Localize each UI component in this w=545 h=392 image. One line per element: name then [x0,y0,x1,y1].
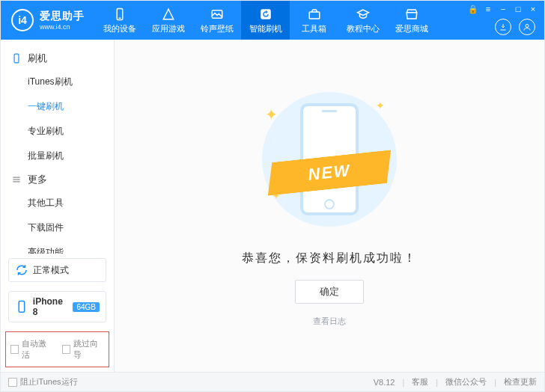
bottom-options-highlight: 自动激活 跳过向导 [5,331,109,367]
nav-smart-flash[interactable]: 智能刷机 [241,1,290,40]
sidebar-item-other-tools[interactable]: 其他工具 [28,191,114,215]
device-box[interactable]: iPhone 8 64GB [8,291,106,322]
menu-icon[interactable]: ≡ [483,4,493,14]
nav-label: 爱思商城 [395,23,428,34]
checkbox-block-itunes[interactable]: 阻止iTunes运行 [8,376,78,388]
sidebar-item-oneclick-flash[interactable]: 一键刷机 [28,94,114,119]
checkbox-label: 阻止iTunes运行 [20,376,78,388]
success-illustration: ✦ ✦ ✦ NEW [255,85,404,234]
minimize-icon[interactable]: − [498,4,508,14]
header-right [495,19,535,35]
star-icon: ✦ [376,99,385,111]
window-controls: 🔒 ≡ − □ × [468,4,538,14]
list-icon [11,174,22,185]
user-button[interactable] [519,19,535,35]
star-icon: ✦ [265,105,278,123]
toolbox-icon [307,7,322,22]
sidebar: 刷机 iTunes刷机 一键刷机 专业刷机 批量刷机 更多 其他工具 下载固件 … [1,40,115,372]
nav-store[interactable]: 爱思商城 [387,1,436,40]
mode-box[interactable]: 正常模式 [8,258,106,282]
graduation-icon [356,7,371,22]
refresh-icon [258,7,273,22]
checkbox-label: 跳过向导 [73,338,104,361]
nav-apps[interactable]: 应用游戏 [144,1,192,40]
svg-point-5 [526,25,529,28]
view-log-link[interactable]: 查看日志 [313,316,346,327]
close-icon[interactable]: × [528,4,538,14]
section-title: 更多 [28,173,47,186]
section-title: 刷机 [28,52,47,65]
storage-badge: 64GB [73,302,100,312]
phone-icon [15,300,28,313]
nav-tutorials[interactable]: 教程中心 [338,1,387,40]
svg-rect-10 [19,301,24,313]
sidebar-item-batch-flash[interactable]: 批量刷机 [28,144,114,168]
app-title: 爱思助手 [40,10,85,23]
download-button[interactable] [495,19,511,35]
version-label: V8.12 [374,378,395,387]
ok-button[interactable]: 确定 [295,280,364,304]
maximize-icon[interactable]: □ [513,4,523,14]
app-window: i4 爱思助手 www.i4.cn 我的设备 应用游戏 铃声壁纸 智能刷机 [0,0,545,392]
checkbox-auto-activate[interactable]: 自动激活 [10,338,53,361]
checkbox-icon [10,345,19,354]
nav-ringtones[interactable]: 铃声壁纸 [192,1,241,40]
checkbox-label: 自动激活 [22,338,52,361]
phone-icon [112,7,127,22]
body: 刷机 iTunes刷机 一键刷机 专业刷机 批量刷机 更多 其他工具 下载固件 … [1,40,544,372]
check-update-link[interactable]: 检查更新 [504,376,537,388]
status-bar: 阻止iTunes运行 V8.12 | 客服 | 微信公众号 | 检查更新 [1,372,544,391]
section-flash[interactable]: 刷机 [1,47,114,70]
mode-label: 正常模式 [33,264,69,277]
svg-rect-4 [309,12,320,19]
app-url: www.i4.cn [40,23,85,31]
sidebar-item-advanced[interactable]: 高级功能 [28,240,114,254]
checkbox-skip-guide[interactable]: 跳过向导 [62,338,105,361]
image-icon [210,7,225,22]
device-name: iPhone 8 [33,296,70,317]
nav-label: 智能刷机 [249,23,282,34]
main-panel: ✦ ✦ ✦ NEW 恭喜您，保资料刷机成功啦！ 确定 查看日志 [115,40,544,372]
svg-rect-6 [14,54,19,63]
checkbox-icon [62,345,70,354]
top-nav: 我的设备 应用游戏 铃声壁纸 智能刷机 工具箱 教程中心 [95,1,436,40]
logo-mark: i4 [11,9,34,31]
checkbox-icon [8,378,17,387]
sidebar-item-pro-flash[interactable]: 专业刷机 [28,119,114,144]
sidebar-item-download-fw[interactable]: 下载固件 [28,215,114,240]
nav-label: 铃声壁纸 [201,23,234,34]
apps-icon [161,7,176,22]
header: i4 爱思助手 www.i4.cn 我的设备 应用游戏 铃声壁纸 智能刷机 [1,1,544,40]
wechat-link[interactable]: 微信公众号 [445,376,487,388]
sidebar-item-itunes-flash[interactable]: iTunes刷机 [28,70,114,94]
nav-label: 工具箱 [302,23,326,34]
support-link[interactable]: 客服 [412,376,428,388]
nav-toolbox[interactable]: 工具箱 [290,1,338,40]
nav-label: 应用游戏 [152,23,185,34]
nav-label: 教程中心 [347,23,380,34]
phone-icon [11,53,22,64]
refresh-icon [15,263,28,277]
logo: i4 爱思助手 www.i4.cn [1,9,95,31]
nav-my-device[interactable]: 我的设备 [95,1,144,40]
success-message: 恭喜您，保资料刷机成功啦！ [242,251,417,266]
store-icon [404,7,419,22]
lock-icon[interactable]: 🔒 [468,4,478,14]
section-more[interactable]: 更多 [1,168,114,191]
nav-label: 我的设备 [103,23,136,34]
